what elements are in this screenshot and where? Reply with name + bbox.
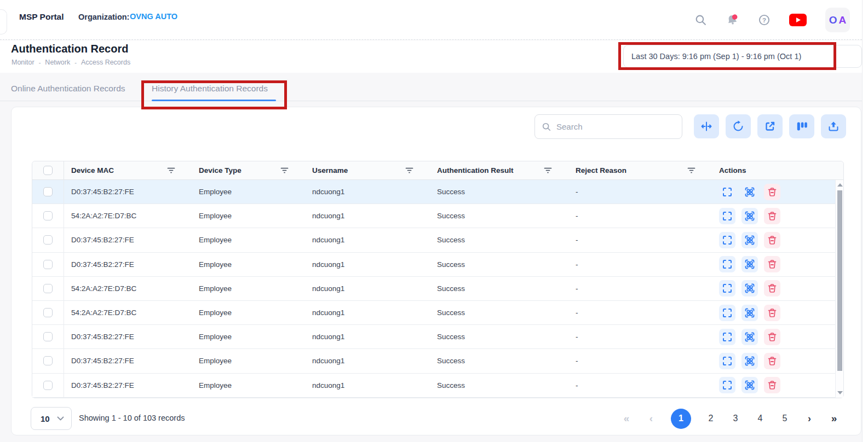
filter-icon[interactable] (687, 167, 695, 174)
columns-button[interactable] (789, 114, 814, 138)
delete-button[interactable] (764, 377, 780, 393)
row-checkbox[interactable] (43, 235, 53, 245)
breadcrumb-item-network[interactable]: Network (45, 59, 70, 66)
next-page-button[interactable]: › (804, 413, 814, 424)
avatar[interactable]: O A (825, 8, 850, 32)
delete-button[interactable] (764, 208, 780, 224)
qr-code-button[interactable] (741, 305, 758, 321)
row-checkbox[interactable] (43, 211, 53, 220)
table-row[interactable]: D0:37:45:B2:27:FE Employee ndcuong1 Succ… (32, 180, 843, 204)
cell-device-mac: 54:2A:A2:7E:D7:BC (64, 204, 192, 228)
window-scrollbar-gutter[interactable] (862, 0, 868, 442)
table-scrollbar[interactable] (835, 180, 843, 398)
page-header: Authentication Record Monitor - Network … (0, 40, 862, 73)
expand-button[interactable] (719, 377, 735, 393)
sidebar-collapsed-notch[interactable] (0, 9, 7, 34)
page-number-button[interactable]: 3 (731, 414, 740, 423)
table-row[interactable]: 54:2A:A2:7E:D7:BC Employee ndcuong1 Succ… (32, 301, 843, 325)
scrollbar-down-arrow[interactable] (837, 391, 843, 394)
qr-code-button[interactable] (741, 208, 758, 224)
delete-button[interactable] (764, 329, 780, 345)
cell-reject-reason: - (568, 253, 712, 276)
qr-code-button[interactable] (741, 280, 758, 296)
table-row[interactable]: D0:37:45:B2:27:FE Employee ndcuong1 Succ… (32, 325, 843, 349)
expand-button[interactable] (719, 232, 735, 248)
previous-page-button[interactable]: ‹ (646, 412, 656, 424)
cell-username: ndcuong1 (305, 228, 430, 252)
search-input[interactable] (556, 122, 675, 131)
select-all-checkbox[interactable] (43, 166, 53, 175)
filter-icon[interactable] (405, 167, 413, 174)
column-header-actions: Actions (712, 161, 843, 179)
trash-icon (767, 332, 778, 342)
cell-reject-reason: - (568, 228, 712, 252)
cell-device-mac: D0:37:45:B2:27:FE (64, 180, 192, 203)
cell-username: ndcuong1 (305, 204, 430, 228)
expand-button[interactable] (719, 353, 735, 369)
column-header-device-type: Device Type (192, 161, 305, 179)
row-checkbox-cell (32, 301, 64, 324)
table-row[interactable]: 54:2A:A2:7E:D7:BC Employee ndcuong1 Succ… (32, 204, 843, 228)
delete-button[interactable] (764, 305, 780, 321)
qr-code-button[interactable] (741, 256, 758, 272)
qr-code-button[interactable] (741, 353, 758, 369)
last-page-button[interactable]: » (829, 412, 839, 424)
scrollbar-up-arrow[interactable] (837, 183, 843, 187)
qr-code-button[interactable] (741, 184, 758, 200)
filter-icon[interactable] (544, 167, 552, 174)
expand-icon (722, 211, 733, 222)
help-icon[interactable]: ? (757, 14, 771, 27)
refresh-button[interactable] (726, 114, 751, 138)
search-icon[interactable] (694, 14, 707, 27)
expand-button[interactable] (719, 184, 735, 200)
table-row[interactable]: D0:37:45:B2:27:FE Employee ndcuong1 Succ… (32, 349, 843, 373)
breadcrumb-item-monitor[interactable]: Monitor (12, 59, 35, 66)
breadcrumb-item-access-records[interactable]: Access Records (81, 59, 130, 66)
row-checkbox[interactable] (43, 381, 53, 390)
page-number-button[interactable]: 5 (780, 414, 790, 423)
row-checkbox[interactable] (43, 284, 53, 293)
tab-online-authentication-records[interactable]: Online Authentication Records (11, 84, 125, 94)
notifications-icon[interactable] (726, 14, 739, 27)
delete-button[interactable] (764, 256, 780, 272)
organization-value-link[interactable]: OVNG AUTO (130, 12, 177, 21)
table-row[interactable]: D0:37:45:B2:27:FE Employee ndcuong1 Succ… (32, 228, 843, 252)
date-range-picker[interactable]: Last 30 Days: 9:16 pm (Sep 1) - 9:16 pm … (623, 45, 862, 68)
first-page-button[interactable]: « (622, 412, 631, 424)
row-checkbox[interactable] (43, 260, 53, 269)
trash-icon (767, 380, 778, 391)
qr-code-button[interactable] (741, 329, 758, 345)
filter-icon[interactable] (167, 167, 175, 174)
filter-icon[interactable] (280, 167, 289, 174)
qr-code-button[interactable] (741, 377, 758, 393)
qr-code-button[interactable] (741, 232, 758, 248)
tab-history-authentication-records[interactable]: History Authentication Records (152, 84, 268, 94)
qr-code-icon (744, 283, 755, 294)
expand-button[interactable] (719, 256, 735, 272)
row-checkbox[interactable] (43, 308, 53, 317)
page-size-select[interactable]: 10 (31, 407, 72, 430)
delete-button[interactable] (764, 353, 780, 369)
open-in-new-button[interactable] (757, 114, 783, 138)
row-checkbox[interactable] (43, 187, 53, 196)
page-number-button[interactable]: 4 (755, 414, 765, 423)
table-row[interactable]: 54:2A:A2:7E:D7:BC Employee ndcuong1 Succ… (32, 277, 843, 301)
expand-button[interactable] (719, 208, 735, 224)
expand-icon (722, 380, 733, 391)
table-row[interactable]: D0:37:45:B2:27:FE Employee ndcuong1 Succ… (32, 374, 843, 398)
delete-button[interactable] (764, 280, 780, 296)
expand-button[interactable] (719, 305, 735, 321)
scrollbar-thumb[interactable] (837, 190, 842, 371)
expand-button[interactable] (719, 329, 735, 345)
page-number-button[interactable]: 2 (706, 414, 716, 423)
delete-button[interactable] (764, 232, 780, 248)
fit-columns-button[interactable] (694, 114, 719, 138)
delete-button[interactable] (764, 184, 780, 200)
page-number-button[interactable]: 1 (671, 409, 691, 429)
expand-button[interactable] (719, 280, 735, 296)
youtube-icon[interactable] (789, 14, 807, 27)
row-checkbox[interactable] (43, 356, 53, 365)
table-row[interactable]: D0:37:45:B2:27:FE Employee ndcuong1 Succ… (32, 253, 843, 277)
row-checkbox[interactable] (43, 332, 53, 341)
export-button[interactable] (821, 114, 846, 138)
